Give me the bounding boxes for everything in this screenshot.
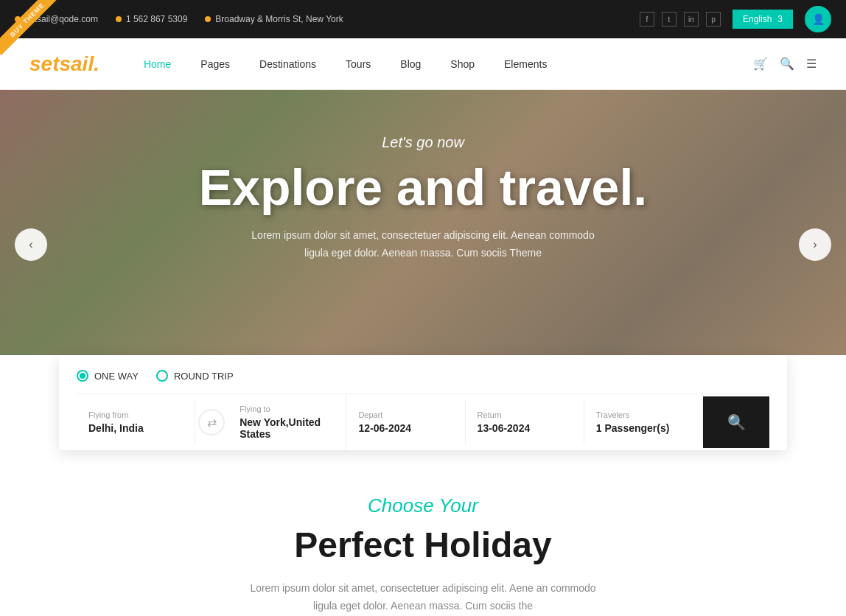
hero-content: Let's go now Explore and travel. Lorem i… <box>0 90 846 262</box>
hero-section: Let's go now Explore and travel. Lorem i… <box>0 90 846 399</box>
search-box: ONE WAY ROUND TRIP Flying from Delhi, In… <box>59 355 787 450</box>
user-icon-button[interactable]: 👤 <box>805 6 831 32</box>
nav-links: Home Pages Destinations Tours Blog Shop … <box>129 41 753 88</box>
search-fields: Flying from Delhi, India ⇄ Flying to New… <box>77 393 769 450</box>
address-text: Broadway & Morris St, New York <box>215 14 343 24</box>
lang-count: 3 <box>777 14 783 24</box>
round-trip-option[interactable]: ROUND TRIP <box>156 370 234 382</box>
choose-subtitle: Choose Your <box>29 494 817 517</box>
nav-elements[interactable]: Elements <box>489 41 562 88</box>
round-trip-radio[interactable] <box>156 370 168 382</box>
logo[interactable]: setsail. <box>29 52 99 76</box>
depart-value: 12-06-2024 <box>358 422 452 434</box>
hero-subtitle: Let's go now <box>0 134 846 151</box>
social-icons: f t in p <box>640 12 721 27</box>
nav-home[interactable]: Home <box>129 41 186 88</box>
travelers-value: 1 Passenger(s) <box>596 422 691 434</box>
hero-description: Lorem ipsum dolor sit amet, consectetuer… <box>239 227 607 262</box>
return-value: 13-06-2024 <box>478 422 572 434</box>
one-way-radio[interactable] <box>77 370 88 382</box>
travelers-field[interactable]: Travelers 1 Passenger(s) <box>584 400 703 444</box>
round-trip-label: ROUND TRIP <box>174 371 234 382</box>
depart-field[interactable]: Depart 12-06-2024 <box>346 400 465 444</box>
phone-info: 1 562 867 5309 <box>116 14 187 24</box>
one-way-option[interactable]: ONE WAY <box>77 370 139 382</box>
phone-dot <box>116 16 122 22</box>
top-bar-right: f t in p English 3 👤 <box>640 6 831 32</box>
menu-icon[interactable]: ☰ <box>806 57 817 71</box>
search-section: ONE WAY ROUND TRIP Flying from Delhi, In… <box>0 355 846 450</box>
user-icon: 👤 <box>812 13 825 25</box>
top-bar-left: setsail@qode.com 1 562 867 5309 Broadway… <box>15 14 343 24</box>
nav-pages[interactable]: Pages <box>186 41 245 88</box>
nav-destinations[interactable]: Destinations <box>245 41 331 88</box>
phone-text: 1 562 867 5309 <box>126 14 187 24</box>
travelers-label: Travelers <box>596 410 691 419</box>
return-label: Return <box>478 410 572 419</box>
address-info: Broadway & Morris St, New York <box>205 14 343 24</box>
trip-type-row: ONE WAY ROUND TRIP <box>77 370 769 382</box>
twitter-icon[interactable]: t <box>662 12 677 27</box>
flying-to-value: New York,United States <box>240 416 334 440</box>
navbar: setsail. Home Pages Destinations Tours B… <box>0 38 846 90</box>
instagram-icon[interactable]: in <box>684 12 699 27</box>
nav-blog[interactable]: Blog <box>385 41 436 88</box>
search-button[interactable]: 🔍 <box>703 396 769 448</box>
facebook-icon[interactable]: f <box>640 12 654 27</box>
hero-title: Explore and travel. <box>0 160 846 215</box>
depart-label: Depart <box>358 410 452 419</box>
top-bar: setsail@qode.com 1 562 867 5309 Broadway… <box>0 0 846 38</box>
flying-to-label: Flying to <box>240 405 334 413</box>
address-dot <box>205 16 211 22</box>
choose-title: Perfect Holiday <box>29 525 817 565</box>
slider-next-button[interactable]: › <box>799 228 831 261</box>
cart-icon[interactable]: 🛒 <box>753 57 768 71</box>
swap-button[interactable]: ⇄ <box>198 409 225 435</box>
nav-tours[interactable]: Tours <box>331 41 385 88</box>
nav-shop[interactable]: Shop <box>436 41 489 88</box>
one-way-label: ONE WAY <box>94 371 139 382</box>
language-button[interactable]: English 3 <box>733 10 793 29</box>
lang-label: English <box>743 14 772 24</box>
choose-description: Lorem ipsum dolor sit amet, consectetuer… <box>239 580 607 615</box>
choose-section: Choose Your Perfect Holiday Lorem ipsum … <box>0 450 846 616</box>
search-icon[interactable]: 🔍 <box>780 57 794 71</box>
flying-from-label: Flying from <box>88 410 183 419</box>
pinterest-icon[interactable]: p <box>706 12 721 27</box>
flying-from-value: Delhi, India <box>88 422 183 434</box>
search-magnifier-icon: 🔍 <box>727 413 746 431</box>
flying-from-field[interactable]: Flying from Delhi, India <box>77 400 195 444</box>
flying-to-field[interactable]: Flying to New York,United States <box>228 394 346 450</box>
return-field[interactable]: Return 13-06-2024 <box>466 400 584 444</box>
slider-prev-button[interactable]: ‹ <box>15 228 47 261</box>
nav-icons: 🛒 🔍 ☰ <box>753 57 817 71</box>
